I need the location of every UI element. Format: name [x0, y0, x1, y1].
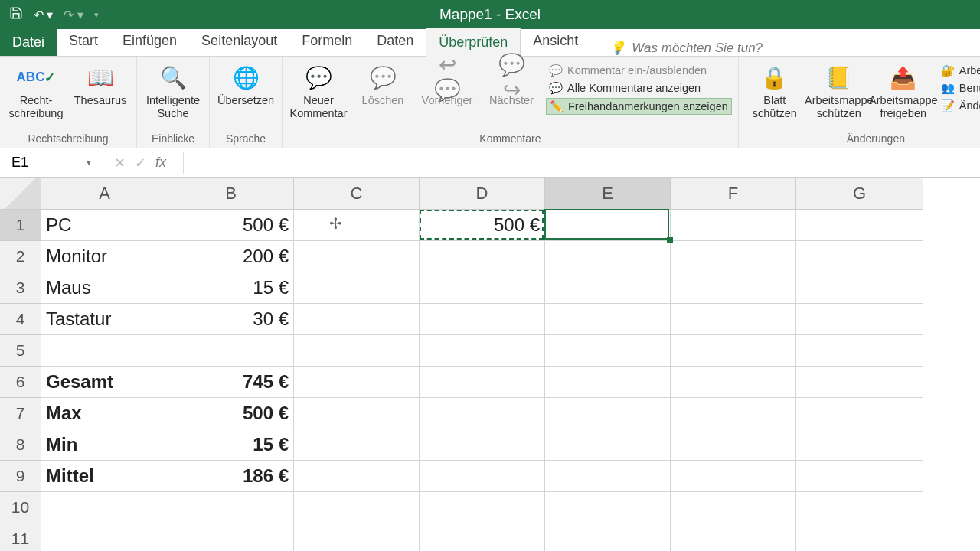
- col-header-F[interactable]: F: [671, 178, 796, 210]
- cell-G8[interactable]: [796, 429, 923, 461]
- prev-comment-button[interactable]: ↩💬 Vorheriger: [417, 60, 477, 110]
- cell-D2[interactable]: [420, 241, 545, 272]
- share-workbook-button[interactable]: 📤 Arbeitsmappe freigeben: [874, 60, 933, 122]
- cell-E11[interactable]: [545, 523, 671, 551]
- cell-D5[interactable]: [420, 335, 545, 367]
- row-header-11[interactable]: 11: [0, 523, 41, 551]
- formula-input[interactable]: [183, 152, 980, 174]
- next-comment-button[interactable]: 💬↪ Nächster: [482, 60, 541, 110]
- row-header-4[interactable]: 4: [0, 304, 41, 335]
- ink-annotations-button[interactable]: ✏️ Freihandanmerkungen anzeigen: [546, 98, 732, 115]
- cell-B8[interactable]: 15 €: [168, 429, 294, 461]
- undo-icon[interactable]: ↶ ▾: [34, 8, 53, 22]
- cell-F9[interactable]: [671, 461, 796, 492]
- cell-E7[interactable]: [545, 398, 671, 429]
- cell-B10[interactable]: [168, 492, 294, 523]
- cell-A7[interactable]: Max: [41, 398, 168, 429]
- cell-B4[interactable]: 30 €: [168, 304, 294, 335]
- toggle-comment-button[interactable]: 💬 Kommentar ein-/ausblenden: [546, 63, 732, 78]
- cell-B5[interactable]: [168, 335, 294, 367]
- fill-handle[interactable]: [667, 237, 673, 243]
- cell-D11[interactable]: [420, 523, 545, 551]
- cell-E9[interactable]: [545, 461, 671, 492]
- cell-A1[interactable]: PC: [41, 210, 168, 241]
- cell-G5[interactable]: [796, 335, 923, 367]
- cell-G6[interactable]: [796, 367, 923, 398]
- new-comment-button[interactable]: 💬 Neuer Kommentar: [289, 60, 348, 122]
- cell-G9[interactable]: [796, 461, 923, 492]
- tab-file[interactable]: Datei: [0, 28, 57, 56]
- cell-C1[interactable]: [294, 210, 420, 241]
- cell-F2[interactable]: [671, 241, 796, 272]
- cell-G10[interactable]: [796, 492, 923, 523]
- cell-A8[interactable]: Min: [41, 429, 168, 461]
- delete-comment-button[interactable]: 💬 Löschen: [353, 60, 413, 110]
- qat-customize-icon[interactable]: ▾: [94, 10, 99, 20]
- thesaurus-button[interactable]: 📖 Thesaurus: [70, 60, 130, 110]
- row-header-7[interactable]: 7: [0, 398, 41, 429]
- cell-A2[interactable]: Monitor: [41, 241, 168, 272]
- cell-E4[interactable]: [545, 304, 671, 335]
- allow-users-button[interactable]: 👥 Benutzer: [938, 80, 980, 96]
- cell-D8[interactable]: [420, 429, 545, 461]
- cell-C2[interactable]: [294, 241, 420, 272]
- cell-D1[interactable]: 500 €: [420, 210, 545, 241]
- cell-A6[interactable]: Gesamt: [41, 367, 168, 398]
- row-header-2[interactable]: 2: [0, 241, 41, 272]
- cell-B2[interactable]: 200 €: [168, 241, 294, 272]
- row-header-9[interactable]: 9: [0, 461, 41, 492]
- protect-sheet-button[interactable]: 🔒 Blatt schützen: [745, 60, 805, 122]
- cell-D6[interactable]: [420, 367, 545, 398]
- cell-C9[interactable]: [294, 461, 420, 492]
- row-header-10[interactable]: 10: [0, 492, 41, 523]
- col-header-B[interactable]: B: [168, 178, 294, 210]
- chevron-down-icon[interactable]: ▼: [85, 158, 93, 167]
- col-header-A[interactable]: A: [41, 178, 168, 210]
- cell-C5[interactable]: [294, 335, 420, 367]
- save-icon[interactable]: [9, 6, 23, 23]
- show-all-comments-button[interactable]: 💬 Alle Kommentare anzeigen: [546, 80, 732, 96]
- cell-C4[interactable]: [294, 304, 420, 335]
- cell-C6[interactable]: [294, 367, 420, 398]
- smart-lookup-button[interactable]: 🔍 Intelligente Suche: [143, 60, 203, 122]
- cell-E2[interactable]: [545, 241, 671, 272]
- cell-E8[interactable]: [545, 429, 671, 461]
- cell-C11[interactable]: [294, 523, 420, 551]
- cell-A3[interactable]: Maus: [41, 272, 168, 304]
- cell-A11[interactable]: [41, 523, 168, 551]
- cell-G7[interactable]: [796, 398, 923, 429]
- tab-seitenlayout[interactable]: Seitenlayout: [189, 27, 289, 56]
- cell-D7[interactable]: [420, 398, 545, 429]
- row-header-1[interactable]: 1: [0, 210, 41, 241]
- cell-F10[interactable]: [671, 492, 796, 523]
- translate-button[interactable]: 🌐 Übersetzen: [216, 60, 276, 110]
- col-header-C[interactable]: C: [294, 178, 420, 210]
- cell-D9[interactable]: [420, 461, 545, 492]
- row-header-8[interactable]: 8: [0, 429, 41, 461]
- row-header-3[interactable]: 3: [0, 272, 41, 304]
- protect-workbook-button[interactable]: 📒 Arbeitsmappe schützen: [809, 60, 869, 122]
- col-header-E[interactable]: E: [545, 178, 671, 210]
- track-changes-button[interactable]: 📝 Änderun: [938, 98, 980, 113]
- cell-A5[interactable]: [41, 335, 168, 367]
- cell-B1[interactable]: 500 €: [168, 210, 294, 241]
- cell-C7[interactable]: [294, 398, 420, 429]
- col-header-D[interactable]: D: [420, 178, 545, 210]
- cell-G2[interactable]: [796, 241, 923, 272]
- tab-daten[interactable]: Daten: [364, 27, 426, 56]
- tab-start[interactable]: Start: [57, 27, 110, 56]
- cell-F8[interactable]: [671, 429, 796, 461]
- tell-me-search[interactable]: 💡 Was möchten Sie tun?: [609, 40, 763, 56]
- cell-E3[interactable]: [545, 272, 671, 304]
- spellcheck-button[interactable]: ABC✓ Recht- schreibung: [6, 60, 66, 122]
- name-box[interactable]: E1 ▼: [5, 152, 96, 174]
- cell-E10[interactable]: [545, 492, 671, 523]
- cell-C8[interactable]: [294, 429, 420, 461]
- cell-A9[interactable]: Mittel: [41, 461, 168, 492]
- cell-G3[interactable]: [796, 272, 923, 304]
- cell-A10[interactable]: [41, 492, 168, 523]
- row-header-6[interactable]: 6: [0, 367, 41, 398]
- cell-G1[interactable]: [796, 210, 923, 241]
- cell-G11[interactable]: [796, 523, 923, 551]
- tab-ansicht[interactable]: Ansicht: [521, 27, 590, 56]
